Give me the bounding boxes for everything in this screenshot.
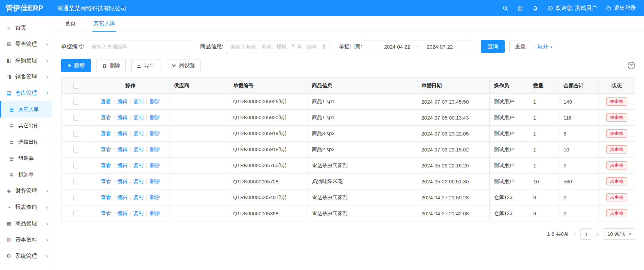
row-action-delete[interactable]: 删除 [150,162,160,168]
row-checkbox[interactable] [73,179,79,184]
row-action-delete[interactable]: 删除 [150,210,160,216]
row-action-view[interactable]: 查看 [101,178,111,184]
row-checkbox[interactable] [73,163,79,168]
row-action-view[interactable]: 查看 [101,114,111,120]
cell-bill-no: QTRK00000005919[转] [229,126,308,142]
row-checkbox[interactable] [73,115,79,121]
row-action-edit[interactable]: 编辑 [117,146,127,152]
sidebar-item-finance[interactable]: ◈财务管理∨ [0,183,52,199]
column-header: 供应商 [170,78,229,94]
row-action-copy[interactable]: 复制 [133,98,143,104]
row-action-delete[interactable]: 删除 [150,146,160,152]
column-header: 数量 [529,78,559,94]
row-action-edit[interactable]: 编辑 [117,114,127,120]
row-action-copy[interactable]: 复制 [133,194,143,200]
sidebar-item-goods[interactable]: ▦商品管理∨ [0,215,52,232]
export-button[interactable]: 导出 [131,59,160,72]
cell-supplier [170,142,229,158]
sidebar-item-warehouse[interactable]: ▤仓库管理∧ [0,85,52,101]
row-action-delete[interactable]: 删除 [150,114,160,120]
select-all-checkbox[interactable] [73,83,79,89]
status-badge: 未审核 [606,129,627,138]
row-action-copy[interactable]: 复制 [133,178,143,184]
row-action-edit[interactable]: 编辑 [117,98,127,104]
column-settings-label: 列设置 [179,62,195,69]
current-page-button[interactable]: 1 [580,228,592,240]
tab-other-in[interactable]: 其它入库 [92,16,116,32]
search-button[interactable]: 查询 [481,40,505,53]
sidebar-subitem-other-in[interactable]: ▤其它入库 [0,101,52,118]
user-welcome[interactable]: 欢迎您, 测试用户 [547,5,597,12]
sidebar-subitem-assembly[interactable]: ▤组装单 [0,150,52,166]
row-action-view[interactable]: 查看 [101,146,111,152]
row-checkbox[interactable] [73,147,79,152]
row-action-edit[interactable]: 编辑 [117,130,127,136]
logout-button[interactable]: 退出登录 [606,5,636,12]
row-action-edit[interactable]: 编辑 [117,162,127,168]
row-checkbox[interactable] [73,195,79,200]
chevron-down-icon: ∨ [46,58,49,63]
sidebar-subitem-other-out[interactable]: ▤其它出库 [0,118,52,134]
tab-home[interactable]: 首页 [64,16,77,32]
bill-no-input[interactable] [87,40,191,53]
row-action-copy[interactable]: 复制 [133,162,143,168]
sidebar-subitem-transfer-out[interactable]: ▤调拨出库 [0,134,52,150]
filter-bar: 单据编号: 商品信息: 单据日期: 2024-04-22 ~ 2024-07-2… [61,40,635,53]
chevron-down-icon: ∨ [46,42,49,47]
building-icon[interactable] [517,5,523,11]
sidebar-item-retail[interactable]: ⊞零售管理∨ [0,36,52,52]
sidebar-item-home[interactable]: ⌂首页 [0,20,52,36]
cell-operator: 测试用户 [490,142,529,158]
date-range-picker[interactable]: 2024-04-22 ~ 2024-07-22 [365,40,472,53]
reset-button[interactable]: 重置 [509,40,531,53]
product-info-input[interactable] [226,40,330,53]
sidebar-item-system[interactable]: ⚙系统管理∨ [0,248,52,264]
sidebar-item-sales[interactable]: ◨销售管理∨ [0,69,52,85]
cell-qty: 1 [529,158,559,174]
sidebar-item-purchase[interactable]: ◧采购管理∨ [0,52,52,69]
row-action-copy[interactable]: 复制 [133,210,143,216]
search-icon[interactable] [502,5,508,11]
row-action-delete[interactable]: 删除 [150,98,160,104]
expand-link[interactable]: 展开 ∨ [537,43,553,50]
sidebar-subitem-disassembly[interactable]: ▤拆卸单 [0,166,52,183]
row-action-view[interactable]: 查看 [101,210,111,216]
row-checkbox[interactable] [73,99,79,105]
delete-button[interactable]: 删除 [97,59,126,72]
cell-date: 2024-05-29 22:16:20 [417,158,490,174]
row-action-edit[interactable]: 编辑 [117,178,127,184]
row-action-view[interactable]: 查看 [101,162,111,168]
table-row: 查看|编辑|复制|删除QTRK00000005401[转]雷达杀虫气雾剂2024… [62,190,635,205]
row-checkbox[interactable] [73,211,79,216]
chevron-up-icon: ∧ [46,91,49,95]
row-action-edit[interactable]: 编辑 [117,194,127,200]
help-icon[interactable]: ? [628,62,635,69]
company-name: 南通某某网络科技有限公司 [57,4,126,12]
row-checkbox[interactable] [73,131,79,137]
toolbar: + 新增 删除 导出 [61,59,635,72]
prev-page-button[interactable]: ‹ [573,231,576,237]
system-icon: ⚙ [5,253,12,259]
row-action-delete[interactable]: 删除 [150,130,160,136]
row-action-edit[interactable]: 编辑 [117,210,127,216]
row-action-copy[interactable]: 复制 [133,130,143,136]
column-settings-button[interactable]: 列设置 [166,59,201,72]
row-action-view[interactable]: 查看 [101,130,111,136]
next-page-button[interactable]: › [596,231,599,237]
row-action-delete[interactable]: 删除 [150,194,160,200]
cell-supplier [170,205,229,221]
sidebar-item-basic[interactable]: ▥基本资料∨ [0,232,52,248]
row-action-copy[interactable]: 复制 [133,146,143,152]
sidebar-item-report[interactable]: ◔报表查询∨ [0,199,52,215]
row-action-copy[interactable]: 复制 [133,114,143,120]
row-action-delete[interactable]: 删除 [150,178,160,184]
bell-icon[interactable] [532,5,538,11]
table-body: 查看|编辑|复制|删除QTRK00000005926[转]商品1 sp12024… [62,94,635,221]
add-button[interactable]: + 新增 [61,59,91,72]
cell-product: 雷达杀虫气雾剂 [308,205,417,221]
row-action-view[interactable]: 查看 [101,98,111,104]
app-logo: 管伊佳ERP [0,3,52,13]
row-action-view[interactable]: 查看 [101,194,111,200]
page-size-select[interactable]: 10 条/页 ∨ [604,228,635,240]
status-badge: 未审核 [606,177,627,185]
